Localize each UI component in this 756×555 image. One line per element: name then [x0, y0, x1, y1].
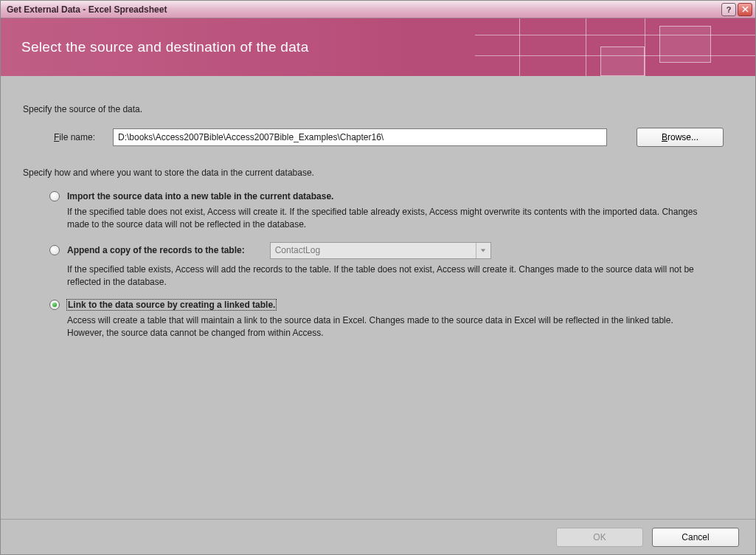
append-table-value: ContactLog [271, 245, 476, 255]
dialog-window: Get External Data - Excel Spreadsheet ? … [0, 0, 756, 555]
file-name-label: File name: [54, 132, 105, 142]
banner-title: Select the source and destination of the… [21, 39, 309, 55]
content-area: Specify the source of the data. File nam… [1, 76, 755, 519]
append-table-combo: ContactLog [270, 242, 491, 259]
help-button[interactable]: ? [721, 3, 736, 16]
option-import-row: Import the source data into a new table … [49, 191, 733, 201]
radio-append[interactable] [49, 245, 60, 255]
options-group: Import the source data into a new table … [49, 191, 733, 339]
cancel-button[interactable]: Cancel [652, 528, 739, 547]
store-section-label: Specify how and where you want to store … [23, 168, 733, 178]
svg-marker-2 [481, 249, 485, 252]
ok-button: OK [556, 528, 643, 547]
chevron-down-icon [476, 243, 490, 258]
titlebar-buttons: ? [721, 3, 752, 16]
option-append-row: Append a copy of the records to the tabl… [49, 242, 733, 259]
window-title: Get External Data - Excel Spreadsheet [4, 4, 721, 15]
banner-decoration [475, 18, 755, 76]
option-import-desc: If the specified table does not exist, A… [67, 206, 709, 232]
option-link-desc: Access will create a table that will mai… [67, 314, 709, 340]
option-append-desc: If the specified table exists, Access wi… [67, 263, 709, 289]
close-icon [742, 6, 749, 13]
banner: Select the source and destination of the… [1, 18, 755, 76]
radio-import[interactable] [49, 191, 60, 201]
radio-link[interactable] [49, 300, 60, 310]
file-row: File name: Browse... [54, 128, 733, 147]
option-append-title[interactable]: Append a copy of the records to the tabl… [67, 245, 245, 255]
source-section-label: Specify the source of the data. [23, 104, 733, 114]
option-import-title[interactable]: Import the source data into a new table … [67, 191, 333, 201]
file-name-input[interactable] [113, 128, 607, 146]
browse-button[interactable]: Browse... [637, 128, 724, 147]
option-link-row: Link to the data source by creating a li… [49, 300, 733, 310]
titlebar: Get External Data - Excel Spreadsheet ? [1, 1, 755, 18]
option-link-title[interactable]: Link to the data source by creating a li… [67, 300, 276, 310]
close-button[interactable] [738, 3, 752, 16]
footer: OK Cancel [1, 519, 755, 554]
